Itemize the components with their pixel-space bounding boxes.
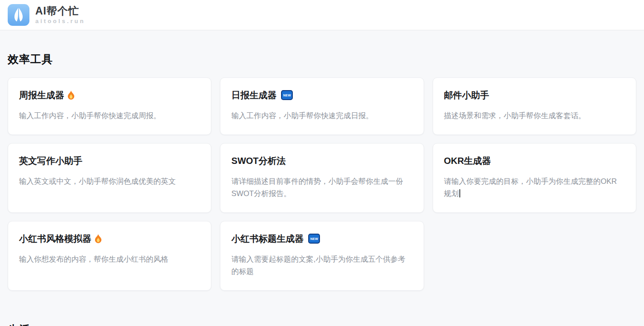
card-title: 邮件小助手: [444, 90, 489, 101]
fire-icon: [67, 90, 76, 100]
card-description: 请输入需要起标题的文案,小助手为你生成五个供参考 的标题: [231, 253, 413, 278]
card-description: 请输入你要完成的目标，小助手为你生成完整的OKR 规划: [444, 175, 626, 200]
tool-card-daily-report[interactable]: 日报生成器 NEW 输入工作内容，小助手帮你快速完成日报。: [220, 77, 424, 135]
app-header: AI帮个忙 aitools.run: [0, 0, 644, 30]
tools-grid: 周报生成器 输入工作内容，小助手帮你快速完成周报。 日报生成器 NEW 输入工作…: [8, 77, 636, 291]
tool-card-weekly-report[interactable]: 周报生成器 输入工作内容，小助手帮你快速完成周报。: [8, 77, 211, 135]
section-title-efficiency-tools: 效率工具: [8, 52, 636, 67]
app-logo[interactable]: AI帮个忙 aitools.run: [8, 4, 85, 26]
card-title: 英文写作小助手: [19, 155, 82, 166]
card-description: 输入工作内容，小助手帮你快速完成日报。: [231, 110, 413, 122]
tool-card-xiaohongshu-style[interactable]: 小红书风格模拟器 输入你想发布的内容，帮你生成小红书的风格: [8, 221, 211, 291]
card-description: 描述场景和需求，小助手帮你生成客套话。: [444, 110, 626, 122]
section-title-life: 生活: [8, 322, 636, 326]
app-subtitle: aitools.run: [35, 18, 85, 24]
card-description: 输入你想发布的内容，帮你生成小红书的风格: [19, 253, 201, 265]
card-title: 周报生成器: [19, 90, 64, 101]
card-title: 日报生成器: [231, 90, 277, 101]
tool-card-email-assistant[interactable]: 邮件小助手 描述场景和需求，小助手帮你生成客套话。: [433, 77, 636, 135]
tool-card-swot-analysis[interactable]: SWOT分析法 请详细描述目前事件的情势，小助手会帮你生成一份 SWOT分析报告…: [220, 143, 424, 213]
tool-card-okr-generator[interactable]: OKR生成器 请输入你要完成的目标，小助手为你生成完整的OKR 规划: [433, 143, 636, 213]
card-title: OKR生成器: [444, 155, 491, 166]
praying-hands-logo-icon: [8, 4, 29, 26]
card-description: 请详细描述目前事件的情势，小助手会帮你生成一份 SWOT分析报告。: [231, 175, 413, 200]
card-title: 小红书标题生成器: [231, 233, 304, 244]
card-description: 输入英文或中文，小助手帮你润色成优美的英文: [19, 175, 201, 187]
app-title: AI帮个忙: [35, 5, 85, 17]
new-badge-icon: NEW: [308, 234, 320, 244]
main-content: 效率工具 周报生成器 输入工作内容，小助手帮你快速完成周报。 日报生成器 NEW…: [0, 52, 644, 326]
card-title: SWOT分析法: [231, 155, 286, 166]
text-caret: [459, 189, 460, 197]
card-title: 小红书风格模拟器: [19, 233, 91, 244]
tool-card-xiaohongshu-title[interactable]: 小红书标题生成器 NEW 请输入需要起标题的文案,小助手为你生成五个供参考 的标…: [220, 221, 424, 291]
tool-card-english-writing[interactable]: 英文写作小助手 输入英文或中文，小助手帮你润色成优美的英文: [8, 143, 211, 213]
new-badge-icon: NEW: [281, 90, 293, 100]
fire-icon: [94, 234, 103, 244]
card-description: 输入工作内容，小助手帮你快速完成周报。: [19, 110, 201, 122]
